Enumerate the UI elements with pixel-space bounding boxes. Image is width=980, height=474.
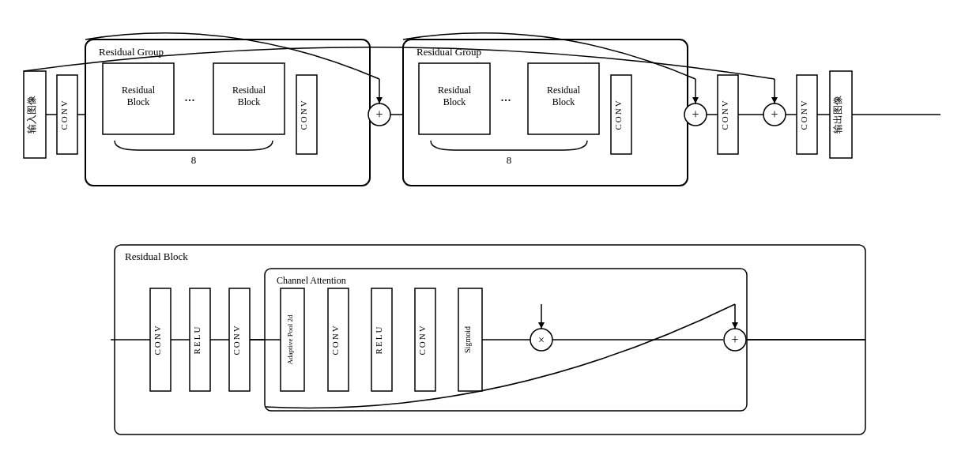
svg-text:Block: Block bbox=[552, 96, 575, 107]
top-diagram-svg: 输入图像 CONV Residual Group Residual Block … bbox=[0, 0, 980, 237]
svg-text:Sigmoid: Sigmoid bbox=[463, 326, 472, 353]
svg-rect-7 bbox=[103, 63, 174, 134]
svg-text:CONV: CONV bbox=[299, 99, 308, 130]
svg-text:CONV: CONV bbox=[417, 324, 427, 355]
svg-text:CONV: CONV bbox=[330, 324, 340, 355]
svg-text:CONV: CONV bbox=[613, 99, 623, 130]
svg-text:···: ··· bbox=[500, 92, 511, 108]
svg-text:8: 8 bbox=[507, 154, 512, 166]
svg-text:×: × bbox=[538, 334, 545, 346]
svg-point-40 bbox=[763, 103, 786, 126]
svg-text:+: + bbox=[771, 107, 778, 121]
svg-text:Adaptive Pool 2d: Adaptive Pool 2d bbox=[286, 314, 294, 364]
svg-text:Residual Group: Residual Group bbox=[99, 46, 164, 58]
svg-rect-46 bbox=[830, 71, 852, 158]
svg-point-17 bbox=[368, 103, 390, 126]
svg-text:输出图像: 输出图像 bbox=[832, 96, 843, 134]
svg-marker-37 bbox=[692, 97, 699, 103]
svg-rect-14 bbox=[296, 75, 317, 154]
svg-text:8: 8 bbox=[191, 154, 197, 166]
svg-text:Residual: Residual bbox=[122, 85, 156, 96]
svg-text:Residual: Residual bbox=[438, 85, 472, 96]
svg-text:Block: Block bbox=[238, 96, 261, 107]
svg-rect-5 bbox=[85, 40, 370, 186]
svg-rect-1 bbox=[24, 71, 46, 158]
svg-text:CONV: CONV bbox=[799, 99, 808, 130]
svg-text:CONV: CONV bbox=[59, 99, 69, 130]
svg-rect-28 bbox=[528, 63, 599, 134]
svg-rect-31 bbox=[611, 75, 631, 154]
svg-text:CONV: CONV bbox=[232, 324, 241, 355]
svg-rect-38 bbox=[718, 75, 738, 154]
svg-point-34 bbox=[684, 103, 707, 126]
svg-rect-11 bbox=[213, 63, 285, 134]
svg-text:RELU: RELU bbox=[192, 325, 202, 355]
svg-text:Residual Block: Residual Block bbox=[125, 250, 188, 262]
svg-text:···: ··· bbox=[184, 92, 195, 108]
svg-rect-22 bbox=[403, 40, 688, 186]
svg-text:Channel Attention: Channel Attention bbox=[277, 275, 346, 286]
svg-text:CONV: CONV bbox=[153, 324, 162, 355]
svg-marker-43 bbox=[771, 97, 778, 103]
diagram-container: 输入图像 CONV Residual Group Residual Block … bbox=[0, 0, 980, 474]
svg-rect-3 bbox=[57, 75, 77, 154]
svg-text:+: + bbox=[731, 333, 738, 346]
svg-text:Residual Group: Residual Group bbox=[416, 46, 481, 58]
bottom-diagram-svg: Residual Block CONV RELU CONV Channel At… bbox=[111, 241, 869, 438]
svg-rect-24 bbox=[419, 63, 490, 134]
svg-text:RELU: RELU bbox=[374, 325, 383, 355]
svg-text:Block: Block bbox=[127, 96, 150, 107]
svg-text:CONV: CONV bbox=[720, 99, 729, 130]
svg-text:Residual: Residual bbox=[232, 85, 266, 96]
svg-marker-20 bbox=[376, 97, 383, 103]
svg-text:Block: Block bbox=[443, 96, 466, 107]
svg-text:+: + bbox=[692, 107, 699, 121]
svg-text:Residual: Residual bbox=[547, 85, 581, 96]
svg-text:输入图像: 输入图像 bbox=[26, 96, 37, 134]
svg-rect-44 bbox=[797, 75, 817, 154]
svg-text:+: + bbox=[375, 107, 383, 121]
